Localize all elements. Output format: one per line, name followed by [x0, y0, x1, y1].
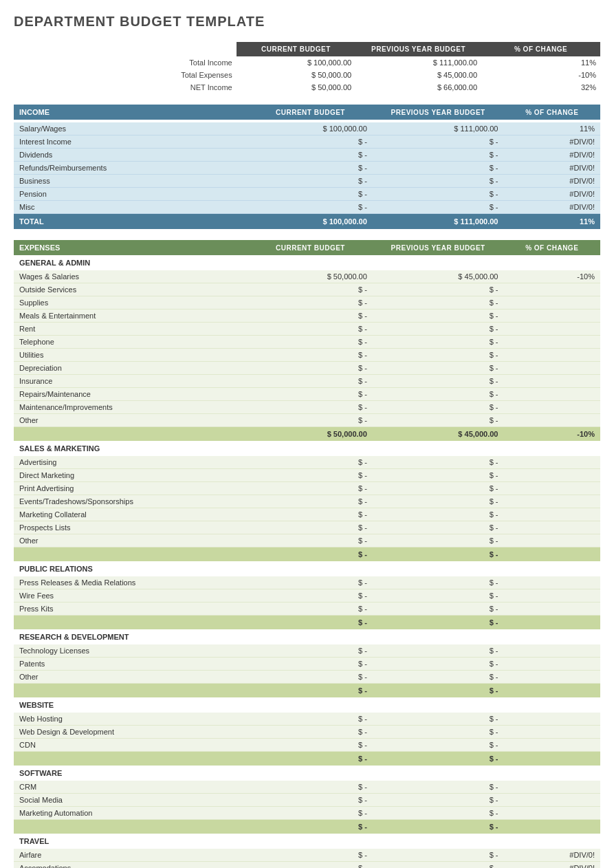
expense-airfare-previous: $ -: [373, 849, 504, 862]
expense-cdn-current: $ -: [248, 739, 373, 752]
expenses-section-header: EXPENSES CURRENT BUDGET PREVIOUS YEAR BU…: [14, 240, 600, 255]
summary-row-expenses: Total Expenses $ 50,000.00 $ 45,000.00 -…: [14, 69, 600, 81]
expense-rent-previous: $ -: [373, 323, 504, 336]
expense-prospects-change: [503, 521, 600, 534]
expense-advertising: Advertising $ - $ -: [14, 456, 600, 469]
expense-supplies-previous: $ -: [373, 296, 504, 310]
expense-meals-previous: $ -: [373, 310, 504, 323]
summary-net-previous: $ 66,000.00: [355, 81, 481, 94]
expense-repairs-previous: $ -: [373, 388, 504, 401]
website-subtotal-row: $ - $ -: [14, 752, 600, 766]
summary-header-change: % OF CHANGE: [481, 42, 600, 56]
expense-utilities: Utilities $ - $ -: [14, 349, 600, 362]
income-row-misc: Misc $ - $ - #DIV/0!: [14, 201, 600, 214]
general-subtotal-current: $ 50,000.00: [248, 427, 373, 442]
expense-web-design: Web Design & Development $ - $ -: [14, 726, 600, 739]
expense-supplies: Supplies $ - $ -: [14, 296, 600, 310]
expense-other-rd: Other $ - $ -: [14, 671, 600, 684]
expense-auto-previous: $ -: [373, 807, 504, 820]
expense-wire-current: $ -: [248, 589, 373, 603]
summary-income-label: Total Income: [14, 56, 237, 69]
expense-patents-previous: $ -: [373, 658, 504, 671]
income-interest-change: #DIV/0!: [503, 135, 600, 149]
income-business-previous: $ -: [373, 175, 504, 188]
income-row-salary: Salary/Wages $ 100,000.00 $ 111,000.00 1…: [14, 122, 600, 135]
expense-accom-current: $ -: [248, 862, 373, 869]
expense-tech-change: [503, 644, 600, 658]
income-business-current: $ -: [248, 175, 373, 188]
expense-utilities-change: [503, 349, 600, 362]
software-subtotal-label: [14, 820, 248, 834]
expense-wire: Wire Fees $ - $ -: [14, 589, 600, 603]
summary-table: CURRENT BUDGET PREVIOUS YEAR BUDGET % OF…: [14, 42, 600, 94]
expense-auto-change: [503, 807, 600, 820]
expense-hosting-previous: $ -: [373, 713, 504, 726]
expense-collateral-previous: $ -: [373, 508, 504, 521]
expense-tech-current: $ -: [248, 644, 373, 658]
expense-prospects: Prospects Lists $ - $ -: [14, 521, 600, 534]
expense-other-rd-label: Other: [14, 671, 248, 684]
expense-repairs-current: $ -: [248, 388, 373, 401]
expense-advertising-current: $ -: [248, 456, 373, 469]
expense-insurance-current: $ -: [248, 375, 373, 388]
expense-advertising-previous: $ -: [373, 456, 504, 469]
expense-kits-change: [503, 603, 600, 616]
expense-other-rd-current: $ -: [248, 671, 373, 684]
category-website: WEBSITE: [14, 697, 600, 713]
expense-print-previous: $ -: [373, 482, 504, 495]
expense-hosting-change: [503, 713, 600, 726]
category-pr: PUBLIC RELATIONS: [14, 561, 600, 576]
expense-direct-marketing: Direct Marketing $ - $ -: [14, 469, 600, 482]
sales-subtotal-row: $ - $ -: [14, 547, 600, 562]
expense-wages-change: -10%: [503, 270, 600, 283]
expense-maintenance-label: Maintenance/Improvements: [14, 401, 248, 414]
expense-repairs-change: [503, 388, 600, 401]
expense-press-previous: $ -: [373, 576, 504, 589]
expense-telephone-previous: $ -: [373, 336, 504, 349]
expense-depreciation-previous: $ -: [373, 362, 504, 375]
expense-other-general: Other $ - $ -: [14, 414, 600, 427]
expense-auto-label: Marketing Automation: [14, 807, 248, 820]
income-row-refunds: Refunds/Reimbursements $ - $ - #DIV/0!: [14, 162, 600, 175]
summary-header-current: CURRENT BUDGET: [237, 42, 355, 56]
expense-supplies-current: $ -: [248, 296, 373, 310]
expense-wire-previous: $ -: [373, 589, 504, 603]
income-row-dividends: Dividends $ - $ - #DIV/0!: [14, 149, 600, 162]
software-subtotal-change: [503, 820, 600, 834]
expense-telephone-change: [503, 336, 600, 349]
expense-maintenance: Maintenance/Improvements $ - $ -: [14, 401, 600, 414]
category-travel-label: TRAVEL: [14, 834, 600, 849]
category-travel: TRAVEL: [14, 834, 600, 849]
expense-social-change: [503, 794, 600, 807]
rd-subtotal-label: [14, 684, 248, 698]
income-refunds-current: $ -: [248, 162, 373, 175]
expenses-header-change: % OF CHANGE: [503, 240, 600, 255]
summary-income-previous: $ 111,000.00: [355, 56, 481, 69]
income-misc-label: Misc: [14, 201, 248, 214]
expense-cdn: CDN $ - $ -: [14, 739, 600, 752]
income-salary-label: Salary/Wages: [14, 122, 248, 135]
income-header-previous: PREVIOUS YEAR BUDGET: [373, 105, 504, 120]
income-business-change: #DIV/0!: [503, 175, 600, 188]
sales-subtotal-current: $ -: [248, 547, 373, 562]
software-subtotal-previous: $ -: [373, 820, 504, 834]
category-general-admin-label: GENERAL & ADMIN: [14, 255, 600, 270]
expense-rent-label: Rent: [14, 323, 248, 336]
general-subtotal-label: [14, 427, 248, 442]
expense-events-change: [503, 495, 600, 508]
summary-expenses-change: -10%: [481, 69, 600, 81]
expense-accom-previous: $ -: [373, 862, 504, 869]
website-subtotal-change: [503, 752, 600, 766]
rd-subtotal-previous: $ -: [373, 684, 504, 698]
expense-kits-current: $ -: [248, 603, 373, 616]
expense-rent-change: [503, 323, 600, 336]
expense-crm-previous: $ -: [373, 781, 504, 794]
expense-telephone: Telephone $ - $ -: [14, 336, 600, 349]
expense-events-previous: $ -: [373, 495, 504, 508]
expense-wages-current: $ 50,000.00: [248, 270, 373, 283]
expense-other-sales-current: $ -: [248, 534, 373, 547]
income-salary-change: 11%: [503, 122, 600, 135]
expense-press-releases: Press Releases & Media Relations $ - $ -: [14, 576, 600, 589]
expense-meals-change: [503, 310, 600, 323]
pr-subtotal-previous: $ -: [373, 616, 504, 630]
